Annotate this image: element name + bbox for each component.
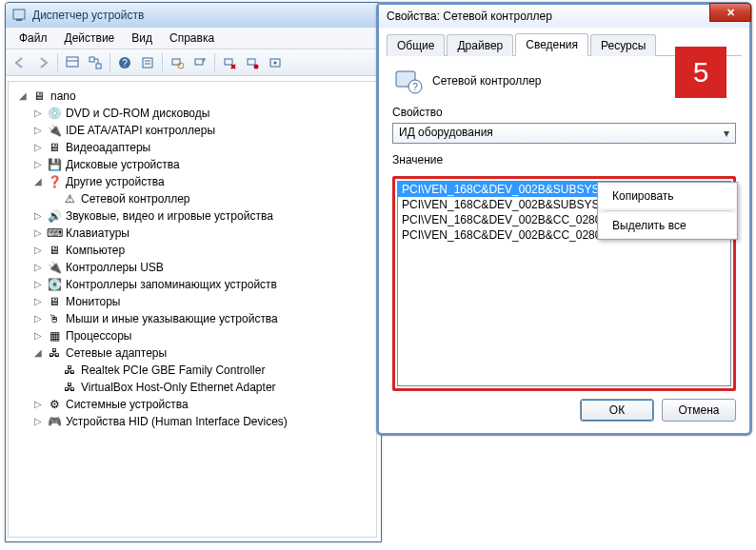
svg-rect-2 xyxy=(67,57,78,67)
device-manager-window: Диспетчер устройств Файл Действие Вид Сп… xyxy=(5,2,382,542)
properties-dialog: ✕ Свойства: Сетевой контроллер Общие Дра… xyxy=(376,2,752,436)
cpu-icon: ▦ xyxy=(47,328,62,344)
tree-node[interactable]: ▷⚙Системные устройства xyxy=(10,396,372,413)
expand-icon[interactable]: ▷ xyxy=(31,398,45,411)
collapse-icon[interactable]: ◢ xyxy=(31,175,45,188)
cancel-button[interactable]: Отмена xyxy=(662,399,736,422)
tree-node[interactable]: ▷💽Контроллеры запоминающих устройств xyxy=(10,276,372,293)
disable-icon[interactable] xyxy=(242,52,263,73)
tree-node[interactable]: ▷🖥Мониторы xyxy=(10,293,372,310)
expand-icon[interactable]: ▷ xyxy=(31,124,45,137)
tab-resources[interactable]: Ресурсы xyxy=(590,34,656,56)
tree-label: Мониторы xyxy=(66,295,120,308)
show-hidden-icon[interactable] xyxy=(265,52,286,73)
expand-icon[interactable]: ▷ xyxy=(31,158,45,171)
nic-icon: 🖧 xyxy=(62,363,77,378)
close-button[interactable]: ✕ xyxy=(709,3,751,22)
expand-icon[interactable]: ▷ xyxy=(31,261,45,274)
svg-rect-15 xyxy=(195,59,203,65)
update-driver-icon[interactable] xyxy=(189,52,210,73)
tree-label: Видеоадаптеры xyxy=(66,141,150,154)
expand-icon[interactable]: ▷ xyxy=(31,278,45,291)
menu-action[interactable]: Действие xyxy=(57,29,123,47)
expand-icon[interactable]: ▷ xyxy=(31,415,45,428)
tree-node[interactable]: ▷🖥Видеоадаптеры xyxy=(10,139,372,156)
expand-icon[interactable]: ▷ xyxy=(31,209,45,223)
devices-by-connection-icon[interactable] xyxy=(85,52,106,73)
tree-node[interactable]: ▷🎮Устройства HID (Human Interface Device… xyxy=(10,413,372,430)
property-label: Свойство xyxy=(392,106,736,119)
menu-file[interactable]: Файл xyxy=(11,29,55,47)
devices-by-type-icon[interactable] xyxy=(62,52,83,73)
tree-node[interactable]: ▷💾Дисковые устройства xyxy=(10,156,372,173)
tree-node-network-adapters[interactable]: ◢🖧Сетевые адаптеры xyxy=(10,344,372,362)
context-select-all[interactable]: Выделить все xyxy=(599,213,736,238)
menu-help[interactable]: Справка xyxy=(162,29,222,47)
svg-point-14 xyxy=(178,63,184,69)
titlebar[interactable]: Диспетчер устройств xyxy=(6,3,381,28)
tab-general[interactable]: Общие xyxy=(387,34,445,56)
device-icon: ? xyxy=(392,66,423,96)
system-icon: ⚙ xyxy=(47,397,62,412)
menubar: Файл Действие Вид Справка xyxy=(6,28,381,49)
tree-node[interactable]: ▷🔊Звуковые, видео и игровые устройства xyxy=(10,207,372,225)
tab-driver[interactable]: Драйвер xyxy=(447,34,513,56)
tree-label: Другие устройства xyxy=(66,175,165,188)
tree-label: Звуковые, видео и игровые устройства xyxy=(66,209,273,223)
ok-button[interactable]: ОК xyxy=(580,399,654,422)
dialog-titlebar[interactable]: Свойства: Сетевой контроллер xyxy=(379,5,749,28)
tree-node[interactable]: ▷🖥Компьютер xyxy=(10,242,372,259)
tree-node[interactable]: ▷🔌Контроллеры USB xyxy=(10,259,372,276)
svg-rect-5 xyxy=(96,64,101,69)
expand-icon[interactable]: ▷ xyxy=(31,312,45,325)
menu-view[interactable]: Вид xyxy=(124,29,160,47)
tree-label: Контроллеры запоминающих устройств xyxy=(66,278,277,291)
forward-button[interactable] xyxy=(32,52,53,73)
tree-label: VirtualBox Host-Only Ethernet Adapter xyxy=(81,381,276,394)
expand-icon[interactable]: ▷ xyxy=(31,295,45,308)
hid-icon: 🎮 xyxy=(47,414,62,429)
device-tree[interactable]: ◢ 🖥 nano ▷💿DVD и CD-ROM дисководы ▷🔌IDE … xyxy=(8,81,377,538)
properties-icon[interactable] xyxy=(137,52,158,73)
property-combobox[interactable]: ИД оборудования xyxy=(392,123,736,144)
tree-label: Мыши и иные указывающие устройства xyxy=(66,312,278,325)
expand-icon[interactable]: ▷ xyxy=(31,244,45,257)
tree-label: Сетевой контроллер xyxy=(81,192,190,206)
tree-node[interactable]: ▷▦Процессоры xyxy=(10,327,372,344)
keyboard-icon: ⌨ xyxy=(47,226,62,241)
tree-node[interactable]: ▷⌨Клавиатуры xyxy=(10,225,372,242)
tree-node-network-controller[interactable]: ⚠Сетевой контроллер xyxy=(10,190,372,207)
tree-node-other-devices[interactable]: ◢❓Другие устройства xyxy=(10,173,372,190)
computer-icon: 🖥 xyxy=(31,88,47,104)
back-button[interactable] xyxy=(10,52,30,73)
expand-icon[interactable]: ▷ xyxy=(31,226,45,240)
collapse-icon[interactable]: ◢ xyxy=(16,89,30,103)
tree-label: Realtek PCIe GBE Family Controller xyxy=(81,363,265,377)
context-copy[interactable]: Копировать xyxy=(599,184,736,208)
dialog-title-text: Свойства: Сетевой контроллер xyxy=(387,10,552,23)
tree-node[interactable]: ▷💿DVD и CD-ROM дисководы xyxy=(10,105,372,122)
expand-icon[interactable]: ▷ xyxy=(31,329,45,343)
tree-node[interactable]: 🖧VirtualBox Host-Only Ethernet Adapter xyxy=(10,379,372,396)
svg-rect-1 xyxy=(16,19,22,21)
tree-root[interactable]: ◢ 🖥 nano xyxy=(10,88,372,105)
tree-label: Контроллеры USB xyxy=(66,261,164,274)
expand-icon[interactable]: ▷ xyxy=(31,141,45,154)
tree-node[interactable]: ▷🖱Мыши и иные указывающие устройства xyxy=(10,310,372,327)
scan-hardware-icon[interactable] xyxy=(167,52,188,73)
monitor-icon: 🖥 xyxy=(47,294,62,309)
context-menu: Копировать Выделить все xyxy=(597,182,738,240)
svg-rect-4 xyxy=(90,57,94,62)
tree-label: Дисковые устройства xyxy=(66,158,180,171)
help-icon[interactable]: ? xyxy=(114,52,135,73)
sound-icon: 🔊 xyxy=(47,208,62,224)
svg-rect-19 xyxy=(248,59,255,65)
tree-node[interactable]: ▷🔌IDE ATA/ATAPI контроллеры xyxy=(10,122,372,139)
expand-icon[interactable]: ▷ xyxy=(31,107,45,120)
uninstall-icon[interactable] xyxy=(219,52,240,73)
video-icon: 🖥 xyxy=(47,140,62,155)
tab-details[interactable]: Сведения xyxy=(515,33,588,56)
collapse-icon[interactable]: ◢ xyxy=(31,346,45,360)
other-icon: ❓ xyxy=(47,174,62,189)
tree-node[interactable]: 🖧Realtek PCIe GBE Family Controller xyxy=(10,362,372,379)
